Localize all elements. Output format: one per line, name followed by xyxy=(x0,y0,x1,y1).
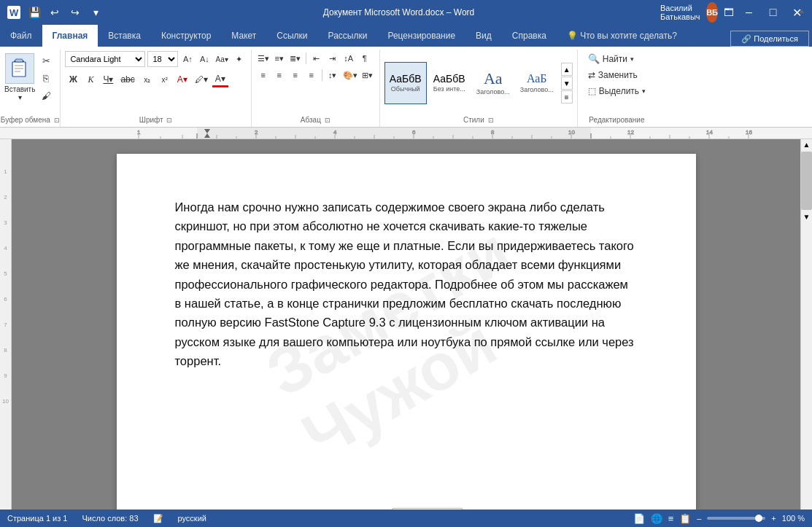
format-painter-button[interactable]: 🖌 xyxy=(38,87,54,104)
clipboard-label: Буфер обмена ⊡ xyxy=(0,116,60,124)
scroll-down-button[interactable]: ▼ xyxy=(802,211,812,222)
tab-layout[interactable]: Макет xyxy=(221,25,266,47)
svg-rect-6 xyxy=(15,71,20,72)
language-indicator: русский xyxy=(178,514,206,523)
select-button[interactable]: ⬚ Выделить ▾ xyxy=(582,84,651,98)
shading-button[interactable]: 🎨▾ xyxy=(341,68,359,82)
paste-button[interactable]: Вставить ▾ xyxy=(4,53,35,101)
title-bar-left: W 💾 ↩ ↪ ▾ xyxy=(6,4,137,20)
tab-help[interactable]: Справка xyxy=(502,25,557,47)
subscript-button[interactable]: x₂ xyxy=(139,71,155,87)
svg-rect-4 xyxy=(15,65,23,66)
align-right-button[interactable]: ≡ xyxy=(288,68,303,82)
styles-group: АаБбВ Обычный АаБбВ Без инте... Аа Загол… xyxy=(380,50,578,127)
spell-check-icon[interactable]: 📝 xyxy=(153,514,163,523)
svg-text:10: 10 xyxy=(568,129,575,136)
font-name-select[interactable]: Candara Light xyxy=(65,51,145,67)
tab-file[interactable]: Файл xyxy=(0,25,42,47)
tab-insert[interactable]: Вставка xyxy=(98,25,151,47)
align-left-button[interactable]: ≡ xyxy=(256,68,271,82)
ribbon-display-icon[interactable]: 🗔 xyxy=(724,4,734,20)
user-name: Василий Батькавыч xyxy=(660,4,700,21)
borders-button[interactable]: ⊞▾ xyxy=(360,68,375,82)
svg-text:W: W xyxy=(9,7,19,18)
view-draft-icon[interactable]: 📋 xyxy=(679,513,691,524)
zoom-level: 100 % xyxy=(782,514,805,523)
italic-button[interactable]: К xyxy=(82,71,98,87)
document-text[interactable]: Иногда нам срочно нужно записать содержи… xyxy=(175,198,638,371)
ribbon-collapse-button[interactable]: ▲ xyxy=(796,4,808,16)
styles-label: Стили ⊡ xyxy=(380,116,577,124)
word-count: Число слов: 83 xyxy=(82,514,138,523)
redo-icon[interactable]: ↪ xyxy=(67,4,83,20)
view-outline-icon[interactable]: ≡ xyxy=(668,513,674,524)
document-content[interactable]: Иногда нам срочно нужно записать содержи… xyxy=(175,198,638,371)
underline-button[interactable]: Ч▾ xyxy=(100,71,116,87)
style-heading2[interactable]: АаБ Заголово... xyxy=(516,62,558,104)
justify-button[interactable]: ≡ xyxy=(304,68,319,82)
numbering-button[interactable]: ≡▾ xyxy=(272,51,287,66)
bold-button[interactable]: Ж xyxy=(65,71,81,87)
increase-font-button[interactable]: A↑ xyxy=(180,52,195,66)
user-avatar[interactable]: ВБ xyxy=(706,2,718,23)
find-button[interactable]: 🔍 Найти ▾ xyxy=(582,51,640,66)
tab-share[interactable]: 🔗 Поделиться xyxy=(730,31,809,47)
main-area: 12345678910 Заметки Чужой Иногда нам сро… xyxy=(0,139,812,510)
align-center-button[interactable]: ≡ xyxy=(272,68,287,82)
bullets-button[interactable]: ☰▾ xyxy=(256,51,271,66)
tab-design[interactable]: Конструктор xyxy=(151,25,221,47)
change-case-button[interactable]: Аа▾ xyxy=(214,52,229,66)
sort-button[interactable]: ↕A xyxy=(341,51,356,66)
show-marks-button[interactable]: ¶ xyxy=(357,51,372,66)
multilevel-list-button[interactable]: ≣▾ xyxy=(288,51,303,66)
font-color-button[interactable]: A▾ xyxy=(212,71,228,87)
ribbon: Файл Главная Вставка Конструктор Макет С… xyxy=(0,25,812,128)
tab-review[interactable]: Рецензирование xyxy=(377,25,465,47)
minimize-button[interactable]: – xyxy=(740,0,758,25)
maximize-button[interactable]: □ xyxy=(764,0,782,25)
font-size-select[interactable]: 18 xyxy=(147,51,178,67)
style-normal[interactable]: АаБбВ Обычный xyxy=(384,62,427,104)
tab-view[interactable]: Вид xyxy=(465,25,502,47)
view-print-icon[interactable]: 📄 xyxy=(633,513,645,524)
cut-button[interactable]: ✂ xyxy=(38,52,54,69)
ribbon-content: Вставить ▾ ✂ ⎘ 🖌 Буфер обмена ⊡ xyxy=(0,47,812,127)
tab-search[interactable]: 💡 Что вы хотите сделать? xyxy=(557,25,687,47)
clear-format-button[interactable]: ✦ xyxy=(232,52,247,66)
ruler: // Ruler ticks - done in CSS/SVG inline … xyxy=(0,128,812,139)
decrease-font-button[interactable]: A↓ xyxy=(197,52,212,66)
strikethrough-button[interactable]: abc xyxy=(117,71,137,87)
vertical-scrollbar[interactable]: ▲ ▼ xyxy=(800,139,812,510)
customize-qat-icon[interactable]: ▾ xyxy=(88,4,104,20)
ribbon-tabs: Файл Главная Вставка Конструктор Макет С… xyxy=(0,25,812,47)
styles-more-arrow[interactable]: ≡ xyxy=(561,90,573,104)
superscript-button[interactable]: x² xyxy=(157,71,173,87)
document-area[interactable]: Заметки Чужой Иногда нам срочно нужно за… xyxy=(12,139,800,510)
undo-icon[interactable]: ↩ xyxy=(47,4,63,20)
text-highlight-button[interactable]: 🖊▾ xyxy=(192,71,211,87)
replace-button[interactable]: ⇄ Заменить xyxy=(582,68,643,82)
ctrl-popup[interactable]: 📋 (Ctrl) ▾ xyxy=(392,508,462,510)
scroll-thumb[interactable] xyxy=(801,152,812,210)
tab-mailings[interactable]: Рассылки xyxy=(318,25,378,47)
page-indicator: Страница 1 из 1 xyxy=(7,514,67,523)
editing-group: 🔍 Найти ▾ ⇄ Заменить ⬚ Выделить ▾ Редакт… xyxy=(578,50,656,127)
line-spacing-button[interactable]: ↕▾ xyxy=(325,68,340,82)
svg-rect-7 xyxy=(15,59,23,62)
scroll-up-button[interactable]: ▲ xyxy=(802,139,812,150)
save-icon[interactable]: 💾 xyxy=(26,4,42,20)
word-icon[interactable]: W xyxy=(6,4,22,20)
increase-indent-button[interactable]: ⇥ xyxy=(325,51,340,66)
style-no-spacing[interactable]: АаБбВ Без инте... xyxy=(428,62,471,104)
style-heading1[interactable]: Аа Заголово... xyxy=(472,62,514,104)
styles-down-arrow[interactable]: ▼ xyxy=(561,77,573,90)
decrease-indent-button[interactable]: ⇤ xyxy=(309,51,324,66)
text-effects-button[interactable]: A▾ xyxy=(174,71,190,87)
tab-references[interactable]: Ссылки xyxy=(266,25,317,47)
view-web-icon[interactable]: 🌐 xyxy=(651,513,662,524)
tab-home[interactable]: Главная xyxy=(42,25,98,47)
zoom-slider[interactable] xyxy=(707,517,765,520)
copy-button[interactable]: ⎘ xyxy=(38,70,54,86)
title-bar-right: Василий Батькавыч ВБ 🗔 – □ ✕ xyxy=(660,0,806,25)
styles-up-arrow[interactable]: ▲ xyxy=(561,63,573,76)
